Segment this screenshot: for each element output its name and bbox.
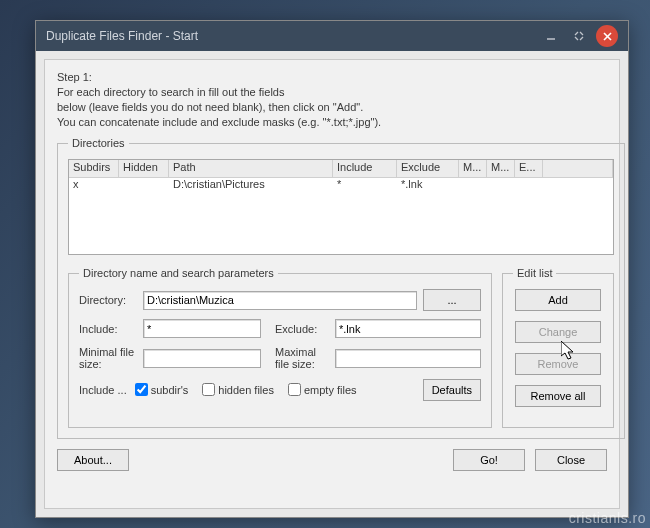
col-path[interactable]: Path: [169, 160, 333, 177]
instruction-line: below (leave fields you do not need blan…: [57, 100, 607, 115]
col-hidden[interactable]: Hidden: [119, 160, 169, 177]
col-empty[interactable]: E...: [515, 160, 543, 177]
hidden-checkbox[interactable]: [202, 383, 215, 396]
dialog-window: Duplicate Files Finder - Start Step 1: F…: [35, 20, 629, 518]
bottom-button-row: About... Go! Close: [57, 449, 607, 471]
directories-group: Directories Subdirs Hidden Path Include …: [57, 137, 625, 439]
include-label: Include:: [79, 323, 137, 335]
hidden-checkbox-label[interactable]: hidden files: [202, 383, 274, 396]
maxsize-input[interactable]: [335, 349, 481, 368]
params-group: Directory name and search parameters Dir…: [68, 267, 492, 428]
cell-subdirs: x: [69, 178, 119, 194]
exclude-input[interactable]: [335, 319, 481, 338]
change-button[interactable]: Change: [515, 321, 601, 343]
cell-empty: [515, 178, 543, 194]
step-label: Step 1:: [57, 70, 607, 85]
watermark-text: cristianls.ro: [569, 510, 646, 526]
params-legend: Directory name and search parameters: [79, 267, 278, 279]
listview-header: Subdirs Hidden Path Include Exclude M...…: [69, 160, 613, 178]
cell-max: [487, 178, 515, 194]
include-input[interactable]: [143, 319, 261, 338]
editlist-legend: Edit list: [513, 267, 556, 279]
window-title: Duplicate Files Finder - Start: [46, 29, 534, 43]
remove-button[interactable]: Remove: [515, 353, 601, 375]
instruction-line: For each directory to search in fill out…: [57, 85, 607, 100]
col-min[interactable]: M...: [459, 160, 487, 177]
cell-hidden: [119, 178, 169, 194]
close-button[interactable]: [596, 25, 618, 47]
close-dialog-button[interactable]: Close: [535, 449, 607, 471]
table-row[interactable]: x D:\cristian\Pictures * *.lnk: [69, 178, 613, 194]
directory-input[interactable]: [143, 291, 417, 310]
col-filler: [543, 160, 613, 177]
col-exclude[interactable]: Exclude: [397, 160, 459, 177]
cell-min: [459, 178, 487, 194]
go-button[interactable]: Go!: [453, 449, 525, 471]
maxsize-label: Maximal file size:: [275, 346, 329, 370]
minsize-input[interactable]: [143, 349, 261, 368]
include-prefix: Include ...: [79, 384, 127, 396]
empty-checkbox[interactable]: [288, 383, 301, 396]
directories-legend: Directories: [68, 137, 129, 149]
directory-label: Directory:: [79, 294, 137, 306]
cell-path: D:\cristian\Pictures: [169, 178, 333, 194]
cell-include: *: [333, 178, 397, 194]
minsize-label: Minimal file size:: [79, 346, 137, 370]
add-button[interactable]: Add: [515, 289, 601, 311]
browse-button[interactable]: ...: [423, 289, 481, 311]
client-area: Step 1: For each directory to search in …: [44, 59, 620, 509]
instructions-text: Step 1: For each directory to search in …: [57, 70, 607, 129]
defaults-button[interactable]: Defaults: [423, 379, 481, 401]
instruction-line: You can concatenate include and exclude …: [57, 115, 607, 130]
directories-listview[interactable]: Subdirs Hidden Path Include Exclude M...…: [68, 159, 614, 255]
minimize-button[interactable]: [540, 25, 562, 47]
remove-all-button[interactable]: Remove all: [515, 385, 601, 407]
empty-checkbox-label[interactable]: empty files: [288, 383, 357, 396]
subdirs-checkbox-label[interactable]: subdir's: [135, 383, 189, 396]
col-subdirs[interactable]: Subdirs: [69, 160, 119, 177]
about-button[interactable]: About...: [57, 449, 129, 471]
listview-body[interactable]: x D:\cristian\Pictures * *.lnk: [69, 178, 613, 254]
maximize-button[interactable]: [568, 25, 590, 47]
cell-exclude: *.lnk: [397, 178, 459, 194]
editlist-group: Edit list Add Change Remove Remove all: [502, 267, 614, 428]
subdirs-checkbox[interactable]: [135, 383, 148, 396]
col-max[interactable]: M...: [487, 160, 515, 177]
col-include[interactable]: Include: [333, 160, 397, 177]
exclude-label: Exclude:: [275, 323, 329, 335]
titlebar[interactable]: Duplicate Files Finder - Start: [36, 21, 628, 51]
